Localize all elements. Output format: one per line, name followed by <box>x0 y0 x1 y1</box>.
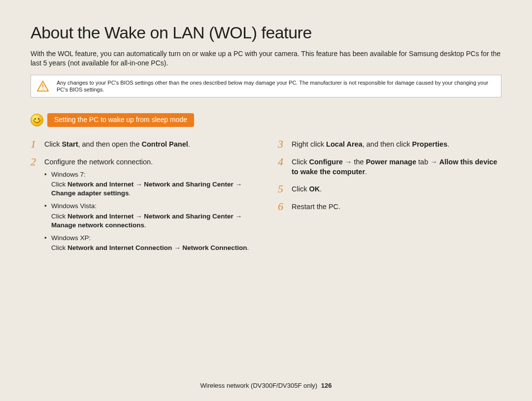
t: Local Area <box>326 140 363 148</box>
t: Network and Internet <box>67 213 133 220</box>
step-body: Restart the PC. <box>292 201 501 212</box>
os-label: Windows Vista: <box>51 202 254 211</box>
right-column: 3 Right click Local Area, and then click… <box>278 139 501 263</box>
step-5: 5 Click OK. <box>278 184 501 194</box>
t: . <box>129 189 131 197</box>
intro-paragraph: With the WOL feature, you can automatica… <box>31 49 501 68</box>
step-body: Click Start, and then open the Control P… <box>44 139 254 150</box>
t: . <box>144 221 146 229</box>
t: → <box>172 244 182 251</box>
t: OK <box>309 185 320 193</box>
t: . <box>447 140 449 148</box>
step-number: 3 <box>278 139 292 150</box>
t: Properties <box>412 140 447 148</box>
section-pill: Setting the PC to wake up from sleep mod… <box>47 113 194 127</box>
step-1: 1 Click Start, and then open the Control… <box>31 139 254 150</box>
step-number: 5 <box>278 184 292 194</box>
os-label: Windows XP: <box>51 234 254 243</box>
os-label: Windows 7: <box>51 170 254 179</box>
step-body: Configure the network connection. Window… <box>44 156 254 256</box>
step-body: Click Configure → the Power manage tab →… <box>292 156 501 177</box>
t: Click <box>51 213 67 220</box>
t: . <box>247 244 249 251</box>
t: , and then click <box>363 140 412 148</box>
t: , and then open the <box>78 140 142 148</box>
t: Restart the PC. <box>292 203 340 211</box>
step-number: 6 <box>278 201 292 212</box>
t: Control Panel <box>142 140 188 148</box>
t: Click <box>292 158 309 166</box>
section-heading-row: Setting the PC to wake up from sleep mod… <box>31 113 501 127</box>
t: Right click <box>292 140 326 148</box>
smiley-icon <box>31 114 43 126</box>
step-6: 6 Restart the PC. <box>278 201 501 212</box>
t: → <box>233 213 242 220</box>
t: → the <box>343 158 366 166</box>
t: Network Connection <box>182 244 247 251</box>
page-title: About the Wake on LAN (WOL) feature <box>31 22 501 44</box>
warning-icon <box>37 81 49 92</box>
footer-text: Wireless network (DV300F/DV305F only) <box>200 382 317 389</box>
sub-item-win7: Windows 7: Click Network and Internet → … <box>44 170 254 198</box>
page-number: 126 <box>321 382 332 389</box>
t: Network and Internet Connection <box>67 244 172 251</box>
step-number: 1 <box>31 139 44 150</box>
t: . <box>320 185 322 193</box>
t: → <box>133 213 144 220</box>
warning-text: Any changes to your PC's BIOS settings o… <box>57 80 488 93</box>
t: tab → <box>416 158 439 166</box>
step-body: Right click Local Area, and then click P… <box>292 139 501 150</box>
left-column: 1 Click Start, and then open the Control… <box>31 139 254 263</box>
t: Click <box>44 140 62 148</box>
step-number: 4 <box>278 156 292 177</box>
t: Click <box>292 185 309 193</box>
sub-item-vista: Windows Vista: Click Network and Interne… <box>44 202 254 230</box>
step-number: 2 <box>31 156 44 256</box>
svg-rect-1 <box>42 89 43 90</box>
warning-callout: Any changes to your PC's BIOS settings o… <box>31 75 501 98</box>
t: → <box>233 181 242 188</box>
step-body: Click OK. <box>292 184 501 194</box>
step-2: 2 Configure the network connection. Wind… <box>31 156 254 256</box>
t: Click <box>51 244 67 251</box>
t: → <box>133 181 144 188</box>
step-4: 4 Click Configure → the Power manage tab… <box>278 156 501 177</box>
t: Configure the network connection. <box>44 158 153 166</box>
t: Manage network connections <box>51 221 144 229</box>
step-3: 3 Right click Local Area, and then click… <box>278 139 501 150</box>
t: Power manage <box>366 158 416 166</box>
t: Change adapter settings <box>51 189 129 197</box>
sub-item-xp: Windows XP: Click Network and Internet C… <box>44 234 254 252</box>
t: Start <box>62 140 78 148</box>
t: . <box>365 168 367 176</box>
t: . <box>188 140 190 148</box>
t: Network and Sharing Center <box>144 181 233 188</box>
page-footer: Wireless network (DV300F/DV305F only) 12… <box>0 381 532 390</box>
t: Network and Internet <box>67 181 133 188</box>
svg-rect-0 <box>42 84 43 88</box>
t: Network and Sharing Center <box>144 213 233 220</box>
t: Configure <box>309 158 342 166</box>
t: Click <box>51 181 67 188</box>
